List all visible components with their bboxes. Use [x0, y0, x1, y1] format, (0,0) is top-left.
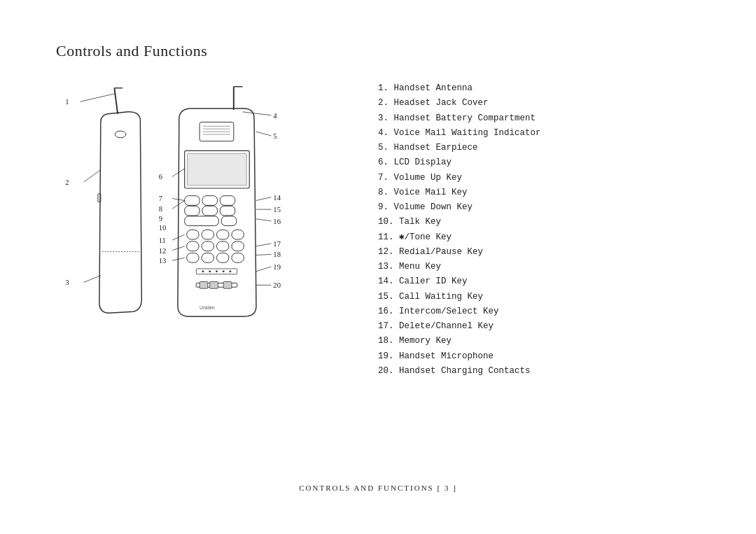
- list-item: 10. Talk Key: [378, 215, 700, 230]
- svg-rect-28: [220, 196, 234, 206]
- svg-line-74: [256, 267, 271, 272]
- svg-line-66: [256, 254, 271, 255]
- list-item: 12. Redial/Pause Key: [378, 245, 700, 260]
- diagram-svg: 1 2 3: [56, 81, 350, 347]
- svg-rect-53: [232, 241, 244, 251]
- svg-line-13: [243, 112, 272, 115]
- svg-text:16: 16: [273, 217, 281, 225]
- svg-rect-57: [232, 253, 244, 263]
- list-item: 6. LCD Display: [378, 155, 700, 170]
- svg-rect-56: [216, 253, 229, 263]
- svg-line-8: [83, 276, 100, 283]
- list-item: 2. Headset Jack Cover: [378, 96, 700, 111]
- footer: CONTROLS AND FUNCTIONS [ 3 ]: [0, 484, 756, 492]
- list-item: 7. Volume Up Key: [378, 171, 700, 185]
- svg-rect-77: [200, 281, 208, 288]
- list-item: 5. Handset Earpiece: [378, 141, 700, 155]
- svg-line-20: [256, 132, 271, 136]
- svg-rect-27: [202, 196, 217, 206]
- svg-text:11: 11: [159, 236, 166, 244]
- svg-rect-46: [187, 230, 200, 239]
- list-item: 13. Menu Key: [378, 260, 700, 274]
- svg-text:3: 3: [65, 278, 69, 286]
- svg-rect-49: [232, 230, 244, 239]
- list-item: 4. Voice Mail Waiting Indicator: [378, 126, 700, 141]
- svg-rect-55: [202, 253, 214, 263]
- svg-text:9: 9: [159, 214, 162, 223]
- list-item: 18. Memory Key: [378, 334, 700, 349]
- svg-line-44: [256, 219, 271, 221]
- svg-rect-37: [220, 206, 234, 216]
- svg-text:14: 14: [273, 193, 281, 202]
- svg-text:19: 19: [273, 262, 281, 271]
- svg-line-64: [256, 244, 271, 246]
- svg-text:1: 1: [65, 97, 69, 106]
- list-item: 1. Handset Antenna: [378, 81, 700, 96]
- svg-text:Uniden: Uniden: [200, 305, 215, 310]
- svg-text:18: 18: [273, 250, 281, 258]
- svg-text:4: 4: [273, 111, 277, 120]
- svg-text:8: 8: [159, 204, 162, 213]
- diagram-area: 1 2 3: [56, 81, 350, 347]
- svg-rect-52: [216, 241, 229, 251]
- list-area: 1. Handset Antenna2. Headset Jack Cover3…: [378, 81, 700, 379]
- svg-rect-54: [187, 253, 200, 263]
- svg-text:13: 13: [159, 256, 167, 265]
- list-item: 8. Voice Mail Key: [378, 185, 700, 200]
- svg-point-69: [202, 270, 204, 272]
- svg-rect-50: [187, 241, 200, 251]
- svg-text:2: 2: [65, 178, 69, 186]
- svg-text:5: 5: [273, 132, 276, 140]
- list-item: 17. Delete/Channel Key: [378, 319, 700, 334]
- list-item: 11. ✱/Tone Key: [378, 230, 700, 245]
- svg-line-0: [114, 88, 118, 114]
- svg-text:6: 6: [159, 172, 163, 181]
- svg-text:7: 7: [159, 194, 163, 202]
- svg-point-6: [115, 131, 126, 138]
- list-item: 16. Intercom/Select Key: [378, 304, 700, 319]
- list-item: 9. Volume Down Key: [378, 200, 700, 215]
- svg-rect-47: [202, 230, 214, 239]
- svg-line-4: [83, 170, 100, 183]
- svg-point-71: [216, 270, 218, 272]
- list-item: 15. Call Waiting Key: [378, 290, 700, 304]
- svg-rect-23: [188, 153, 247, 185]
- svg-rect-51: [202, 241, 214, 251]
- svg-rect-39: [221, 216, 236, 226]
- svg-point-72: [223, 270, 225, 272]
- svg-rect-79: [223, 281, 232, 288]
- svg-rect-26: [185, 196, 200, 206]
- list-item: 3. Handset Battery Compartment: [378, 111, 700, 126]
- svg-rect-48: [216, 230, 229, 239]
- svg-text:10: 10: [159, 223, 167, 232]
- page: Controls and Functions 1 2: [0, 0, 756, 534]
- svg-point-70: [209, 270, 211, 272]
- svg-text:15: 15: [273, 205, 281, 213]
- svg-text:17: 17: [273, 239, 281, 248]
- content-area: 1 2 3: [56, 81, 700, 379]
- svg-rect-38: [185, 216, 219, 226]
- svg-point-73: [230, 270, 232, 272]
- list-item: 19. Handset Microphone: [378, 349, 700, 364]
- svg-rect-36: [202, 206, 217, 216]
- svg-rect-35: [185, 206, 200, 216]
- svg-text:12: 12: [159, 246, 167, 255]
- svg-text:20: 20: [273, 281, 281, 289]
- list-item: 14. Caller ID Key: [378, 274, 700, 289]
- list-item: 20. Handset Charging Contacts: [378, 364, 700, 379]
- svg-line-2: [80, 94, 116, 102]
- svg-rect-78: [210, 281, 218, 288]
- svg-line-40: [256, 197, 271, 201]
- page-title: Controls and Functions: [56, 42, 700, 60]
